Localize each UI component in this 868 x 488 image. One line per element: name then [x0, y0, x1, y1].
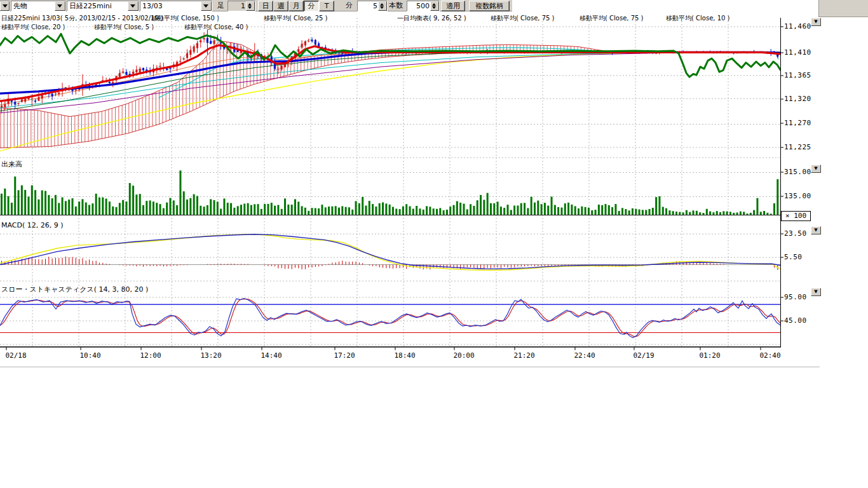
- time-axis-label: 13:20: [194, 351, 227, 360]
- time-axis-label: 22:40: [568, 351, 601, 360]
- time-axis-label: 02/18: [0, 351, 32, 360]
- symbol-value: 日経225mini: [69, 1, 128, 11]
- period-month-button[interactable]: 月: [288, 1, 304, 11]
- top-right-corner-panel: [818, 0, 868, 17]
- price-panel-collapse-button[interactable]: ▼: [811, 18, 821, 26]
- chevron-down-icon: [57, 4, 62, 8]
- chevron-down-icon: [203, 4, 208, 8]
- x-axis-labels: 02/1810:4012:0013:2014:4017:2018:4020:00…: [0, 350, 781, 360]
- time-axis-label: 21:20: [508, 351, 541, 360]
- macd-panel-collapse-button[interactable]: ▼: [811, 226, 821, 234]
- combo-dropdown-icon[interactable]: [201, 1, 212, 11]
- macd-axis-label: 5.50: [784, 253, 803, 261]
- bar-count-label: 本数: [389, 1, 403, 10]
- minute-interval-value: 5: [358, 1, 379, 11]
- price-axis-label: 11,270: [784, 119, 811, 127]
- symbol-select[interactable]: 日経225mini: [67, 1, 139, 11]
- chevron-down-icon: [3, 4, 8, 8]
- time-axis-label: 14:40: [255, 351, 288, 360]
- time-axis-label: 02/19: [627, 351, 660, 360]
- volume-axis-label: 315.00: [784, 168, 811, 176]
- volume-multiplier-badge: × 100: [781, 211, 811, 221]
- instrument-type-select[interactable]: 先物: [11, 1, 66, 11]
- contract-month-value: 13/03: [142, 1, 201, 11]
- minute-label: 分: [346, 1, 353, 10]
- price-axis-label: 11,320: [784, 95, 811, 103]
- stoch-axis-label: 45.00: [784, 316, 807, 325]
- price-axis-label: 11,460: [784, 22, 811, 30]
- left-edge-combo-stub[interactable]: [0, 1, 10, 11]
- stoch-axis-label: 95.00: [784, 293, 807, 301]
- contract-month-select[interactable]: 13/03: [140, 1, 212, 11]
- combo-dropdown-icon[interactable]: [128, 1, 139, 11]
- time-axis-label: 01:20: [693, 351, 726, 360]
- time-axis-label: 17:20: [328, 351, 361, 360]
- spin-buttons-icon[interactable]: [430, 1, 439, 11]
- chart-bottom-rule: [0, 367, 820, 367]
- volume-axis-label: 135.00: [784, 192, 811, 200]
- period-tick-button[interactable]: T: [319, 1, 334, 11]
- multi-symbol-button[interactable]: 複数銘柄: [469, 1, 510, 11]
- time-axis-label: 12:00: [134, 351, 167, 360]
- chart-plot-area[interactable]: [0, 18, 780, 347]
- bar-count-value: 500: [407, 1, 431, 11]
- chevron-down-icon: [130, 4, 135, 8]
- period-week-button[interactable]: 週: [273, 1, 288, 11]
- toolbar: 先物 日経225mini 13/03 足 1 日 週 月 分 T 分 5 本数 …: [0, 0, 512, 11]
- price-axis-label: 11,225: [784, 143, 811, 151]
- price-axis-label: 11,365: [784, 71, 811, 79]
- bar-count-stepper[interactable]: 500: [407, 1, 440, 11]
- minute-interval-stepper[interactable]: 5: [357, 1, 388, 11]
- macd-axis-label: 23.50: [784, 229, 807, 238]
- instrument-type-value: 先物: [13, 1, 55, 11]
- spin-buttons-icon[interactable]: [246, 1, 255, 11]
- combo-dropdown-icon[interactable]: [0, 1, 10, 11]
- bar-interval-value: 1: [228, 1, 247, 11]
- spin-buttons-icon[interactable]: [378, 1, 387, 11]
- period-day-button[interactable]: 日: [258, 1, 273, 11]
- time-axis-label: 02:40: [754, 351, 781, 360]
- time-axis-label: 18:40: [388, 351, 421, 360]
- period-minute-button[interactable]: 分: [304, 1, 319, 11]
- bar-type-label: 足: [217, 1, 224, 10]
- bar-interval-stepper[interactable]: 1: [227, 1, 255, 11]
- time-axis-label: 10:40: [74, 351, 107, 360]
- stoch-panel-collapse-button[interactable]: ▼: [811, 288, 821, 296]
- price-axis-label: 11,410: [784, 48, 811, 57]
- volume-panel-collapse-button[interactable]: ▼: [811, 165, 821, 173]
- chart-application-window: 先物 日経225mini 13/03 足 1 日 週 月 分 T 分 5 本数 …: [0, 0, 868, 488]
- time-axis-label: 20:00: [447, 351, 480, 360]
- combo-dropdown-icon[interactable]: [55, 1, 65, 11]
- apply-button[interactable]: 適用: [441, 1, 465, 11]
